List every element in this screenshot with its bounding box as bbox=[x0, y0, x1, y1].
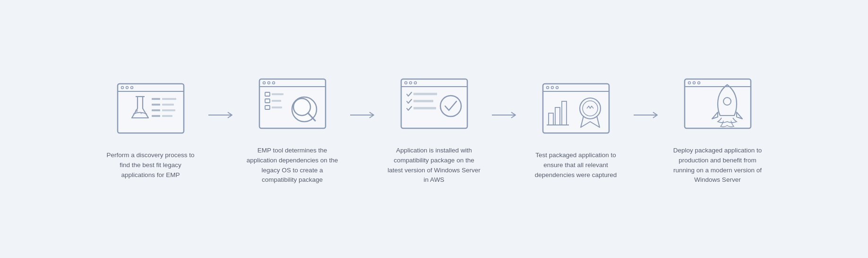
svg-rect-39 bbox=[413, 107, 436, 109]
arrow-1 bbox=[203, 110, 241, 148]
step-deploy-text: Deploy packaged application to productio… bbox=[670, 146, 765, 186]
step-deploy-icon bbox=[678, 73, 758, 134]
svg-rect-12 bbox=[152, 109, 160, 111]
step-deploy: Deploy packaged application to productio… bbox=[666, 73, 770, 186]
step-install: Application is installed with compatibil… bbox=[382, 73, 486, 186]
step-emp-tool-text: EMP tool determines the application depe… bbox=[245, 146, 340, 186]
svg-point-7 bbox=[140, 112, 142, 114]
step-emp-tool-icon bbox=[252, 73, 333, 134]
arrow-2 bbox=[344, 110, 382, 148]
svg-rect-38 bbox=[413, 100, 433, 102]
arrow-3 bbox=[486, 110, 524, 148]
step-test: Test packaged application to ensure that… bbox=[524, 78, 628, 180]
step-discovery-icon bbox=[111, 78, 191, 139]
step-discovery: Perform a discovery process to find the … bbox=[99, 78, 203, 180]
workflow-container: Perform a discovery process to find the … bbox=[0, 54, 868, 205]
step-install-icon bbox=[394, 73, 474, 134]
step-discovery-text: Perform a discovery process to find the … bbox=[103, 151, 198, 180]
step-test-icon bbox=[536, 78, 616, 139]
step-emp-tool: EMP tool determines the application depe… bbox=[241, 73, 344, 186]
svg-rect-9 bbox=[162, 98, 176, 100]
svg-rect-37 bbox=[413, 93, 437, 95]
svg-rect-23 bbox=[272, 93, 284, 95]
step-install-text: Application is installed with compatibil… bbox=[387, 146, 481, 186]
step-test-text: Test packaged application to ensure that… bbox=[529, 151, 623, 180]
svg-rect-25 bbox=[272, 100, 281, 102]
svg-rect-8 bbox=[152, 98, 160, 100]
svg-rect-14 bbox=[152, 115, 160, 117]
svg-rect-13 bbox=[162, 109, 175, 111]
svg-point-6 bbox=[135, 109, 138, 112]
svg-rect-15 bbox=[162, 115, 172, 117]
svg-rect-10 bbox=[152, 104, 160, 106]
svg-rect-11 bbox=[162, 104, 174, 106]
arrow-4 bbox=[628, 110, 666, 148]
svg-rect-27 bbox=[272, 107, 282, 108]
